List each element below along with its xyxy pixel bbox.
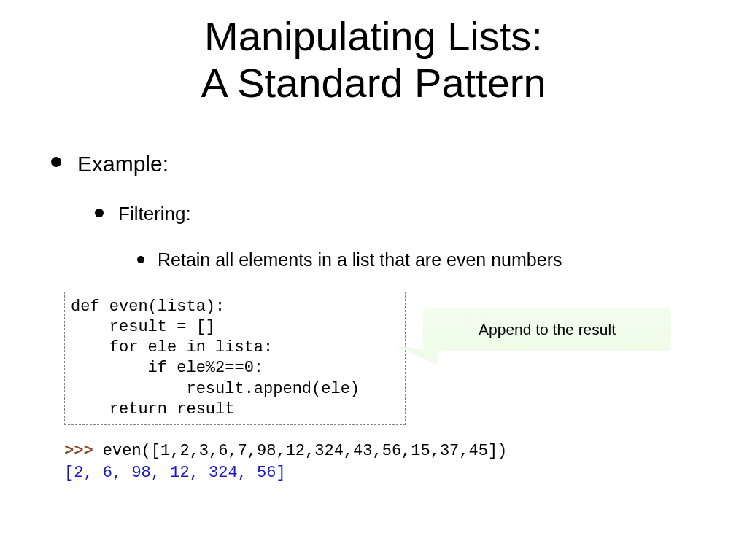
title-line-1: Manipulating Lists: [204, 13, 543, 59]
bullet-level-2: Filtering: [95, 203, 191, 225]
bullet-text: Retain all elements in a list that are e… [158, 249, 562, 271]
repl-block: >>> even([1,2,3,6,7,98,12,324,43,56,15,3… [64, 440, 507, 483]
bullet-text: Filtering: [118, 203, 191, 225]
bullet-icon [95, 209, 104, 217]
bullet-text: Example: [77, 152, 169, 176]
bullet-level-3: Retain all elements in a list that are e… [137, 249, 562, 271]
callout: Append to the result [394, 299, 700, 386]
repl-prompt: >>> [64, 442, 103, 460]
repl-call: even([1,2,3,6,7,98,12,324,43,56,15,37,45… [103, 442, 508, 460]
callout-bubble: Append to the result [423, 308, 671, 351]
bullet-level-1: Example: [51, 152, 169, 176]
repl-output: [2, 6, 98, 12, 324, 56] [64, 464, 286, 482]
callout-text: Append to the result [479, 321, 616, 338]
title-line-2: A Standard Pattern [201, 60, 546, 106]
code-block: def even(lista): result = [] for ele in … [64, 292, 406, 425]
slide-title: Manipulating Lists: A Standard Pattern [0, 13, 747, 107]
bullet-icon [137, 256, 144, 263]
bullet-icon [51, 157, 61, 167]
slide: Manipulating Lists: A Standard Pattern E… [0, 0, 747, 560]
